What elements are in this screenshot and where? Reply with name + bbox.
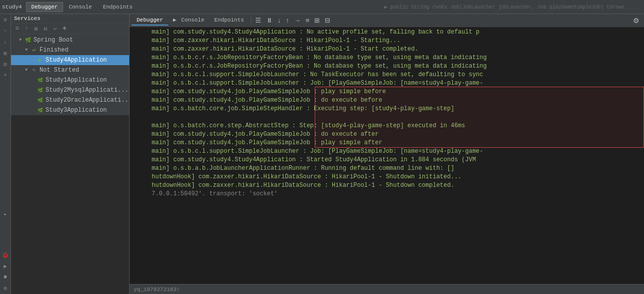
sidebar-label-study1app: Study1Application bbox=[46, 77, 107, 84]
console-line-1: main] com.study.study4.Study4Application… bbox=[130, 28, 644, 37]
study2mysql-icon: 🌿 bbox=[36, 86, 44, 94]
service-toolbar-tree[interactable]: ⊞ bbox=[32, 25, 40, 33]
sidebar-item-finished[interactable]: ▼ ↩ Finished bbox=[11, 45, 129, 55]
toolbar-tab-console[interactable]: ▶ Console bbox=[168, 15, 209, 26]
sidebar-item-not-started[interactable]: ▼ ✎ Not Started bbox=[11, 65, 129, 75]
toolbar-btn-settings[interactable]: ⚙ bbox=[630, 16, 642, 25]
toolbar-btn-grid[interactable]: ⊞ bbox=[312, 16, 322, 25]
line-text-17: main] o.s.b.a.b.JobLauncherApplicationRu… bbox=[152, 164, 454, 173]
line-text-8: main] com.study.study4.job.PlayGameSimpl… bbox=[152, 88, 386, 96]
line-text-16: main] com.study.study4.Study4Application… bbox=[152, 156, 476, 164]
line-text-14: main] com.study.study4.job.PlayGameSimpl… bbox=[152, 139, 382, 147]
tool-icon-1[interactable]: ≡ bbox=[2, 16, 10, 24]
services-header: Services bbox=[11, 14, 129, 24]
status-text: yq_1879272183! bbox=[134, 286, 180, 292]
console-line-3: main] com.zaxxer.hikari.HikariDataSource… bbox=[130, 45, 644, 54]
sidebar-item-study2oracle[interactable]: 🌿 Study2OracleApplicati... bbox=[11, 95, 129, 105]
line-text-3: main] com.zaxxer.hikari.HikariDataSource… bbox=[152, 45, 418, 54]
sidebar-item-study2mysql[interactable]: 🌿 Study2MysqlApplicati... bbox=[11, 85, 129, 95]
toolbar-tab-debugger[interactable]: Debugger bbox=[132, 16, 168, 26]
sidebar-item-study4app[interactable]: ▶ Study4Application bbox=[11, 55, 129, 65]
toolbar-btn-layout[interactable]: ⊟ bbox=[322, 16, 333, 25]
tool-icon-stop[interactable]: ■ bbox=[2, 273, 10, 281]
line-text-15: main] o.s.b.c.l.support.SimpleJobLaunche… bbox=[152, 147, 483, 156]
line-text-12: main] o.s.batch.core.step.AbstractStep :… bbox=[152, 122, 465, 130]
sidebar-item-study1app[interactable]: 🌿 Study1Application bbox=[11, 75, 129, 85]
console-line-10: main] o.s.batch.core.job.SimpleStepHandl… bbox=[130, 105, 644, 113]
console-line-6: main] o.s.b.c.l.support.SimpleJobLaunche… bbox=[130, 71, 644, 79]
console-line-11 bbox=[130, 113, 644, 122]
toolbar-btn-down[interactable]: ↓ bbox=[275, 16, 284, 25]
arrow-not-started: ▼ bbox=[25, 68, 30, 73]
top-tab-debugger[interactable]: Debugger bbox=[26, 2, 64, 12]
main-area: ≡ ↑ ↓ ⊞ ⊟ + ▸ 🐞 ▶ ■ ⚙ Services ≡ ↑ ⊞ ⊟ ↩… bbox=[0, 14, 644, 294]
finished-icon: ↩ bbox=[30, 46, 38, 54]
sidebar-item-spring-boot[interactable]: ▼ 🌿 Spring Boot bbox=[11, 35, 129, 45]
console-tab-label: Console bbox=[181, 17, 204, 23]
sidebar-label-not-started: Not Started bbox=[40, 67, 79, 74]
line-text-9: main] com.study.study4.job.PlayGameSimpl… bbox=[152, 96, 382, 105]
line-text-11 bbox=[152, 113, 155, 122]
spring-boot-icon: 🌿 bbox=[24, 36, 32, 44]
left-tool-strip: ≡ ↑ ↓ ⊞ ⊟ + ▸ 🐞 ▶ ■ ⚙ bbox=[0, 14, 11, 294]
console-output[interactable]: main] com.study.study4.Study4Application… bbox=[130, 27, 644, 284]
line-text-10: main] o.s.batch.core.job.SimpleStepHandl… bbox=[152, 105, 454, 113]
console-toolbar: Debugger ▶ Console Endpoints ☰ ⏸ ↓ ↑ → ≡… bbox=[130, 14, 644, 27]
tool-icon-debug[interactable]: 🐞 bbox=[2, 251, 10, 259]
line-text-18: hutdownHook] com.zaxxer.hikari.HikariDat… bbox=[152, 173, 461, 181]
study4-run-icon: ▶ bbox=[36, 56, 44, 64]
line-text-19: hutdownHook] com.zaxxer.hikari.HikariDat… bbox=[152, 181, 454, 190]
toolbar-btn-next[interactable]: → bbox=[292, 16, 303, 25]
console-line-4: main] o.s.b.c.r.s.JobRepositoryFactoryBe… bbox=[130, 54, 644, 62]
tool-icon-filter[interactable]: ⊞ bbox=[2, 49, 10, 57]
line-text-6: main] o.s.b.c.l.support.SimpleJobLaunche… bbox=[152, 71, 483, 79]
toolbar-btn-menu[interactable]: ☰ bbox=[253, 16, 264, 25]
service-toolbar-add[interactable]: + bbox=[61, 25, 69, 33]
line-text-20: 7.0.0.1:50492'. transport: 'socket' bbox=[152, 190, 278, 198]
console-line-18: hutdownHook] com.zaxxer.hikari.HikariDat… bbox=[130, 173, 644, 181]
debugger-tab-label: Debugger bbox=[137, 17, 163, 23]
tool-icon-settings[interactable]: ▸ bbox=[2, 210, 10, 218]
console-line-12: main] o.s.batch.core.step.AbstractStep :… bbox=[130, 122, 644, 130]
tool-icon-run2[interactable]: ▶ bbox=[2, 262, 10, 270]
endpoints-tab-label: Endpoints bbox=[214, 17, 244, 23]
study1-icon: 🌿 bbox=[36, 76, 44, 84]
top-tab-endpoints[interactable]: Endpoints bbox=[98, 2, 138, 12]
service-toolbar-up[interactable]: ↑ bbox=[23, 25, 31, 33]
console-line-14: main] com.study.study4.job.PlayGameSimpl… bbox=[130, 139, 644, 147]
tool-icon-3[interactable]: ↓ bbox=[2, 38, 10, 46]
service-toolbar-filter[interactable]: ⊟ bbox=[42, 25, 50, 33]
study3-icon: 🌿 bbox=[36, 106, 44, 114]
service-toolbar-align[interactable]: ≡ bbox=[13, 25, 21, 33]
tool-icon-plus[interactable]: + bbox=[2, 71, 10, 79]
console-line-5: main] o.s.b.c.r.s.JobRepositoryFactoryBe… bbox=[130, 62, 644, 71]
top-file-tabs: study4 Debugger Console Endpoints ▶ publ… bbox=[0, 0, 644, 14]
arrow-finished: ▼ bbox=[25, 48, 30, 53]
tool-icon-5[interactable]: ⊟ bbox=[2, 60, 10, 68]
console-line-8: main] com.study.study4.job.PlayGameSimpl… bbox=[130, 88, 644, 96]
services-tree: ▼ 🌿 Spring Boot ▼ ↩ Finished ▶ Study4App… bbox=[11, 34, 130, 115]
line-text-4: main] o.s.b.c.r.s.JobRepositoryFactoryBe… bbox=[152, 54, 487, 62]
toolbar-tab-endpoints[interactable]: Endpoints bbox=[209, 16, 249, 26]
sidebar-label-spring-boot: Spring Boot bbox=[34, 37, 73, 44]
sidebar-item-study3app[interactable]: 🌿 Study3Application bbox=[11, 105, 129, 115]
tool-icon-2[interactable]: ↑ bbox=[2, 27, 10, 35]
not-started-icon: ✎ bbox=[30, 66, 38, 74]
status-bar: yq_1879272183! bbox=[130, 284, 644, 294]
toolbar-sep-1 bbox=[251, 17, 251, 25]
sidebar-label-study2mysql: Study2MysqlApplicati... bbox=[46, 87, 129, 94]
console-line-15: main] o.s.b.c.l.support.SimpleJobLaunche… bbox=[130, 147, 644, 156]
toolbar-btn-lines[interactable]: ≡ bbox=[303, 16, 312, 25]
line-text-5: main] o.s.b.c.r.s.JobRepositoryFactoryBe… bbox=[152, 62, 487, 71]
console-tab-icon: ▶ bbox=[173, 17, 177, 23]
service-toolbar-wrap[interactable]: ↩ bbox=[51, 25, 59, 33]
toolbar-btn-up[interactable]: ↑ bbox=[283, 16, 292, 25]
top-tab-console[interactable]: Console bbox=[63, 2, 97, 12]
project-title: study4 bbox=[2, 4, 22, 10]
line-text-1: main] com.study.study4.Study4Application… bbox=[152, 28, 479, 37]
console-line-19: hutdownHook] com.zaxxer.hikari.HikariDat… bbox=[130, 181, 644, 190]
line-text-13: main] com.study.study4.job.PlayGameSimpl… bbox=[152, 130, 379, 139]
toolbar-btn-pause[interactable]: ⏸ bbox=[264, 16, 275, 25]
tool-icon-bottom[interactable]: ⚙ bbox=[2, 284, 10, 292]
line-text-7: main] o.s.b.c.l.support.SimpleJobLaunche… bbox=[152, 79, 483, 88]
